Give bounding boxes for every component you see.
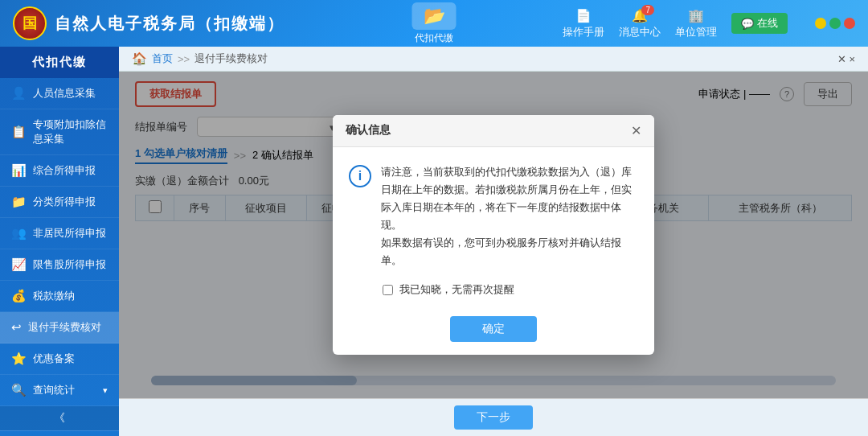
center-module: 📂 代扣代缴 — [412, 2, 457, 45]
dialog-title: 确认信息 — [346, 123, 391, 138]
content-area: 🏠 首页 >> 退付手续费核对 ✕ × 获取结报单 申请状态 | —— ? 导出… — [119, 47, 868, 436]
title-bar: 国 自然人电子税务局（扣缴端） 📂 代扣代缴 📄 操作手册 🔔 7 消息中心 🏢… — [0, 0, 868, 47]
message-button[interactable]: 🔔 7 消息中心 — [619, 8, 661, 39]
confirm-button[interactable]: 确定 — [450, 316, 537, 342]
dialog-close-button[interactable]: ✕ — [631, 123, 641, 138]
sidebar-item-chaxun[interactable]: 🔍 查询统计 ▾ — [0, 375, 119, 406]
unit-icon: 🏢 — [688, 8, 704, 23]
maximize-button[interactable] — [829, 18, 841, 29]
sidebar-item-renyuan[interactable]: 👤 人员信息采集 — [0, 78, 119, 109]
dialog-info-icon: i — [349, 165, 371, 187]
sidebar-header: 代扣代缴 — [0, 47, 119, 78]
sidebar-item-youhui[interactable]: ⭐ 优惠备案 — [0, 343, 119, 375]
sidebar-item-fenlei[interactable]: 📁 分类所得申报 — [0, 187, 119, 218]
sidebar-item-zonghe[interactable]: 📊 综合所得申报 — [0, 155, 119, 187]
unit-management-button[interactable]: 🏢 单位管理 — [675, 8, 717, 39]
manual-button[interactable]: 📄 操作手册 — [563, 8, 604, 39]
message-badge-wrapper: 🔔 7 — [632, 8, 648, 23]
tuifu-icon: ↩ — [11, 320, 22, 335]
xianzhi-label: 限售股所得申报 — [33, 257, 106, 272]
chaxun-label: 查询统计 — [33, 383, 75, 397]
minimize-button[interactable] — [815, 18, 826, 29]
zhuanxiang-label: 专项附加扣除信息采集 — [33, 117, 108, 146]
dialog-body-text: 请注意，当前获取到的代扣代缴税款数据为入（退）库日期在上年的数据。若扣缴税款所属… — [381, 163, 638, 270]
bottom-bar: 下一步 — [119, 398, 868, 436]
window-controls — [815, 18, 855, 29]
breadcrumb-sep1: >> — [178, 53, 190, 65]
chaxun-icon: 🔍 — [11, 383, 27, 397]
breadcrumb: 🏠 首页 >> 退付手续费核对 ✕ × — [119, 47, 868, 72]
feijumin-icon: 👥 — [11, 226, 27, 241]
no-remind-checkbox[interactable] — [383, 285, 393, 295]
zonghe-label: 综合所得申报 — [33, 163, 96, 178]
sidebar-item-zhuanxiang[interactable]: 📋 专项附加扣除信息采集 — [0, 109, 119, 155]
home-icon: 🏠 — [132, 51, 147, 66]
sidebar-footer: S 纳税服务热线 12366 — [0, 430, 119, 436]
sidebar-item-xianzhi[interactable]: 📈 限售股所得申报 — [0, 249, 119, 281]
main-container: 代扣代缴 👤 人员信息采集 📋 专项附加扣除信息采集 📊 综合所得申报 📁 分类… — [0, 47, 868, 436]
dialog-body: i 请注意，当前获取到的代扣代缴税款数据为入（退）库日期在上年的数据。若扣缴税款… — [333, 147, 654, 283]
sidebar-item-shuikuan[interactable]: 💰 税款缴纳 — [0, 281, 119, 312]
breadcrumb-current: 退付手续费核对 — [194, 51, 268, 66]
online-label: 在线 — [757, 16, 778, 31]
manual-label: 操作手册 — [563, 25, 604, 39]
manual-icon: 📄 — [575, 8, 592, 23]
center-label: 代扣代缴 — [415, 31, 453, 45]
renyuan-icon: 👤 — [11, 86, 27, 101]
page-content: 获取结报单 申请状态 | —— ? 导出 结报单编号 1 勾选单户核对清册 — [119, 72, 868, 398]
zonghe-icon: 📊 — [11, 163, 27, 178]
sidebar-item-feijumin[interactable]: 👥 非居民所得申报 — [0, 218, 119, 249]
dialog-header: 确认信息 ✕ — [333, 115, 654, 147]
app-name: 自然人电子税务局（扣缴端） — [55, 13, 285, 35]
sidebar: 代扣代缴 👤 人员信息采集 📋 专项附加扣除信息采集 📊 综合所得申报 📁 分类… — [0, 47, 119, 436]
fenlei-label: 分类所得申报 — [33, 195, 96, 209]
shuikuan-icon: 💰 — [11, 289, 27, 303]
unit-label: 单位管理 — [675, 25, 717, 39]
no-remind-label: 我已知晓，无需再次提醒 — [399, 282, 514, 297]
dialog-checkbox-row: 我已知晓，无需再次提醒 — [333, 282, 654, 308]
center-icon: 📂 — [412, 2, 457, 30]
message-badge: 7 — [641, 5, 654, 15]
breadcrumb-home[interactable]: 首页 — [152, 51, 173, 66]
zhuanxiang-icon: 📋 — [11, 125, 27, 139]
feijumin-label: 非居民所得申报 — [33, 226, 106, 241]
shuikuan-label: 税款缴纳 — [33, 289, 75, 303]
breadcrumb-close-icon[interactable]: ✕ × — [837, 53, 855, 65]
online-dot: 💬 — [741, 18, 754, 30]
youhui-label: 优惠备案 — [33, 352, 75, 366]
renyuan-label: 人员信息采集 — [33, 86, 96, 101]
dialog-footer: 确定 — [333, 308, 654, 355]
online-button[interactable]: 💬 在线 — [731, 13, 788, 34]
tuifu-label: 退付手续费核对 — [28, 320, 101, 335]
sidebar-item-tuifu[interactable]: ↩ 退付手续费核对 — [0, 312, 119, 343]
message-label: 消息中心 — [619, 25, 661, 39]
fenlei-icon: 📁 — [11, 195, 27, 209]
xianzhi-icon: 📈 — [11, 257, 27, 272]
title-right-actions: 📄 操作手册 🔔 7 消息中心 🏢 单位管理 💬 在线 — [563, 8, 855, 39]
collapse-icon: 《 — [54, 411, 65, 426]
chaxun-expand-icon: ▾ — [103, 385, 108, 396]
sidebar-collapse-button[interactable]: 《 — [0, 406, 119, 430]
next-button[interactable]: 下一步 — [454, 405, 533, 430]
youhui-icon: ⭐ — [11, 352, 27, 366]
confirm-dialog: 确认信息 ✕ i 请注意，当前获取到的代扣代缴税款数据为入（退）库日期在上年的数… — [333, 115, 654, 356]
close-button[interactable] — [844, 18, 855, 29]
dialog-overlay: 确认信息 ✕ i 请注意，当前获取到的代扣代缴税款数据为入（退）库日期在上年的数… — [119, 72, 868, 398]
app-logo: 国 — [13, 6, 47, 40]
